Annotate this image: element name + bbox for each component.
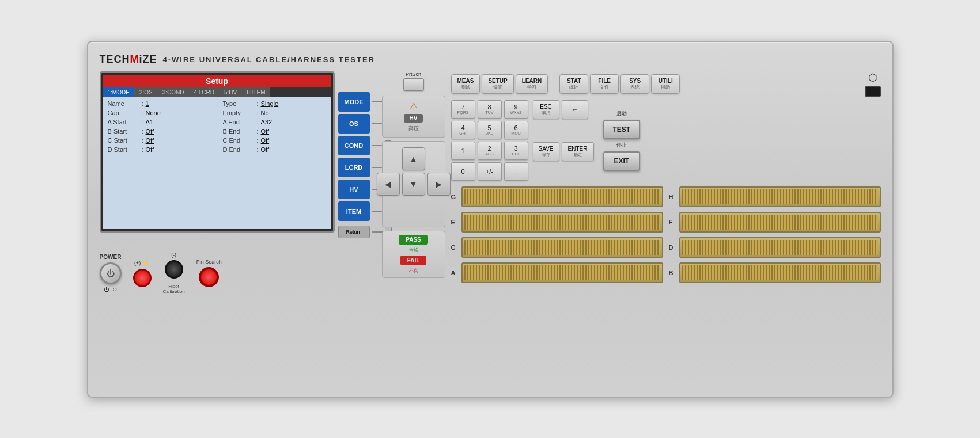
bottom-controls: POWER ⏻ ⏻ |O (+) ⚡ (-) [100,247,376,299]
tab-lcrd[interactable]: 4:LCRD [189,87,220,97]
negative-connector[interactable] [165,260,183,279]
func-group-1: MEAS 测试 SETUP 设置 LEARN 学习 [451,74,548,94]
hv-warning-icon: ⚠ [410,101,418,112]
nav-empty-bc [402,198,425,221]
side-btn-lcrd[interactable]: LCRD [338,158,370,177]
top-func-area: MEAS 测试 SETUP 设置 LEARN 学习 [451,71,881,97]
save-button[interactable]: SAVE 保存 [533,142,559,161]
learn-button[interactable]: LEARN 学习 [516,74,548,94]
connector-port-A [461,262,663,283]
tab-cond[interactable]: 3:COND [158,87,190,97]
backspace-button[interactable]: ← [562,100,588,119]
key-7[interactable]: 7 PQRS [451,100,475,119]
connector-port-C [461,237,663,258]
screen-content: Name : 1 Type : Single [103,97,331,229]
usb-symbol-icon: ⬡ [868,71,877,84]
test-button[interactable]: TEST [603,120,641,139]
nav-down-button[interactable]: ▼ [402,173,425,196]
tab-mode[interactable]: 1:MODE [103,87,135,97]
side-btn-hv[interactable]: HV [338,180,370,199]
connector-label-H: H [669,193,676,200]
positive-label: (+) ⚡ [134,259,150,266]
start-label: 启动 [603,110,641,117]
pin-search-connector[interactable] [199,267,219,287]
field-a-start: A Start : A1 [108,119,211,125]
esc-button[interactable]: ESC 取消 [533,100,559,119]
field-b-end: B End : Off [223,128,327,135]
tab-item[interactable]: 6:ITEM [242,87,270,97]
lightning-icon: ⚡ [142,259,150,266]
key-5[interactable]: 5 JKL [478,121,502,139]
prtscn-button[interactable] [403,78,424,91]
pin-search-section: Pin Search [196,259,222,287]
sys-button[interactable]: SYS 系统 [620,74,649,94]
negative-probe: (-) HipotCalibration [163,252,185,295]
keypad-area: 7 PQRS 8 TUV 9 WXYZ 4 GHI [451,100,881,181]
field-a-end: A End : A32 [223,119,327,125]
enter-button[interactable]: ENTER 确定 [562,142,594,161]
key-dot[interactable]: . [504,162,528,181]
usb-port [865,86,881,97]
fail-sub-label: 不良 [409,268,418,274]
nav-empty-tr [427,147,451,170]
connector-column-right: H F D B [669,186,881,283]
screen: Setup 1:MODE 2:OS 3:COND 4:LCRD 5:HV 6:I… [103,75,331,229]
screen-row-2: Cap. : None Empty : No [108,109,327,116]
prtscn-section: PrtScn [382,71,445,91]
indicator-nav-area: ⚠ HV 高压 ▲ ◀ ▼ ▶ [382,96,445,278]
positive-connector[interactable] [133,269,152,287]
fail-button[interactable]: FAIL [400,256,427,265]
save-enter-row: SAVE 保存 ENTER 确定 [533,142,594,161]
nav-left-button[interactable]: ◀ [377,173,400,196]
device-title: 4-WIRE UNIVERSAL CABLE/HARNESS TESTER [163,55,375,64]
key-8[interactable]: 8 TUV [478,100,502,119]
connector-slot-G: G [451,186,663,207]
exit-button[interactable]: EXIT [603,151,641,171]
pass-sub-label: 合格 [409,247,418,253]
stop-label: 停止 [603,142,641,149]
key-2[interactable]: 2 ABC [478,142,502,160]
utili-button[interactable]: UTILI 辅助 [651,74,680,94]
field-empty: Empty : No [223,109,327,116]
screen-row-1: Name : 1 Type : Single [108,100,327,107]
right-section: MEAS 测试 SETUP 设置 LEARN 学习 [451,71,881,385]
pass-button[interactable]: PASS [399,235,428,245]
field-name: Name : 1 [108,100,211,107]
hv-button[interactable]: HV [404,114,423,123]
setup-button[interactable]: SETUP 设置 [482,74,513,94]
key-4[interactable]: 4 GHI [451,121,475,139]
tab-hv[interactable]: 5:HV [220,87,242,97]
side-btn-return[interactable]: Return [338,226,370,238]
key-3[interactable]: 3 DEF [504,142,528,160]
nav-right-button[interactable]: ▶ [427,173,451,196]
meas-button[interactable]: MEAS 测试 [451,74,480,94]
stat-button[interactable]: STAT 统计 [559,74,588,94]
prtscn-label: PrtScn [406,71,421,77]
tab-os[interactable]: 2:OS [135,87,158,97]
nav-up-button[interactable]: ▲ [402,147,425,170]
file-button[interactable]: FILE 文件 [590,74,619,94]
side-btn-os[interactable]: OS [338,114,370,134]
key-6[interactable]: 6 MNO [504,121,528,139]
numpad: 7 PQRS 8 TUV 9 WXYZ 4 GHI [451,100,528,181]
side-btn-cond[interactable]: COND [338,136,370,155]
power-button[interactable]: ⏻ [100,262,122,284]
power-icons: ⏻ |O [104,287,116,292]
nav-empty-tl [377,147,400,170]
power-section: POWER ⏻ ⏻ |O [100,254,122,292]
screen-title: Setup [103,75,331,87]
brand-logo: TECHMiZE [100,54,157,66]
screen-row-3: A Start : A1 A End : A32 [108,119,327,125]
screen-container: Setup 1:MODE 2:OS 3:COND 4:LCRD 5:HV 6:I… [100,71,335,233]
side-btn-item[interactable]: ITEM [338,201,370,221]
side-btn-mode[interactable]: MODE [338,92,370,112]
key-1[interactable]: 1 [451,142,475,160]
screen-row-5: C Start : Off C End : Off [108,137,327,144]
field-c-end: C End : Off [223,137,327,144]
hipot-line [157,281,191,281]
key-9[interactable]: 9 WXYZ [504,100,528,119]
special-buttons: ESC 取消 ← SAVE 保存 ENTER [533,100,594,181]
key-0[interactable]: 0 [451,162,475,181]
func-group-2: STAT 统计 FILE 文件 SYS 系统 UTILI 辅助 [559,74,680,94]
key-plusminus[interactable]: +/- [478,162,502,181]
